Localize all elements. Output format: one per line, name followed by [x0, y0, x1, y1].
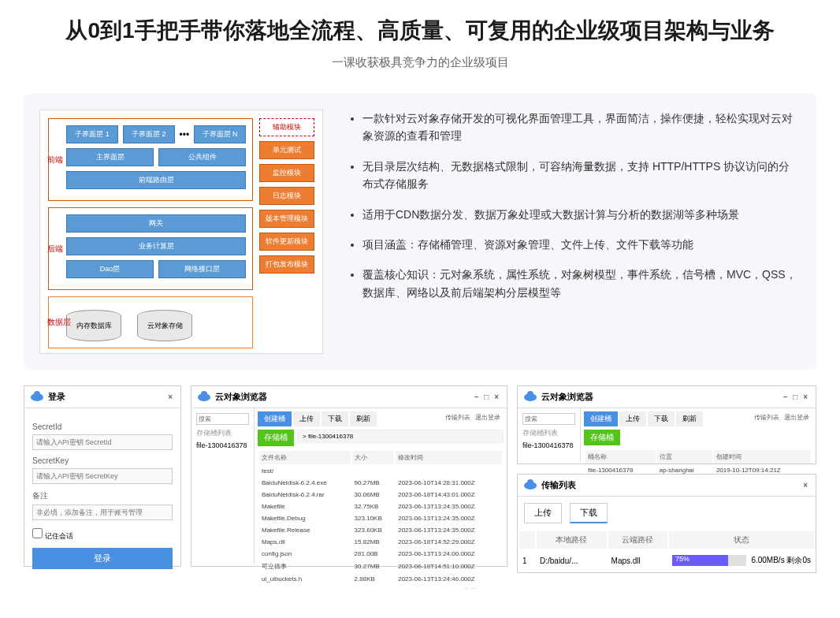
- tab-create[interactable]: 创建桶: [584, 411, 618, 426]
- note-input[interactable]: [32, 504, 173, 520]
- remember-checkbox[interactable]: [32, 528, 43, 538]
- main-section: 前端 子界面层 1 子界面层 2 ••• 子界面层 N 主界面层 公共组件 前端…: [24, 94, 816, 370]
- net-layer: 网络接口层: [158, 260, 246, 278]
- secretid-input[interactable]: [32, 434, 173, 450]
- cloud-storage: 云对象存储: [137, 310, 192, 341]
- tab-refresh[interactable]: 刷新: [350, 411, 377, 426]
- sidebar-label: 存储桶列表: [522, 428, 575, 438]
- aux-update: 软件更新模块: [259, 233, 314, 251]
- bucket-button[interactable]: 存储桶: [258, 430, 294, 446]
- link-logout[interactable]: 退出登录: [475, 413, 500, 428]
- gateway-layer: 网关: [66, 214, 246, 233]
- col-name: 文件名称: [259, 451, 351, 464]
- ui-layer-n: 子界面层 N: [194, 125, 246, 143]
- browser-window: 云对象浏览器 – □ × 存储桶列表 file-1300416378 创建桶 上…: [191, 385, 507, 567]
- dao-layer: Dao层: [66, 260, 154, 278]
- speed-label: 6.00MB/s 剩余0s: [751, 555, 811, 566]
- note-label: 备注: [32, 490, 173, 501]
- feature-list: 一款针对云对象存储开发的可视化界面管理工具，界面简洁，操作便捷，轻松实现对云对象…: [347, 110, 801, 354]
- tab-upload[interactable]: 上传: [293, 411, 320, 426]
- progress-bar: 75%: [672, 555, 746, 566]
- feature-item: 适用于CDN数据分发、数据万象处理或大数据计算与分析的数据湖等多种场景: [362, 206, 801, 223]
- table-row[interactable]: config.json281.00B2023-06-13T13:24:00.00…: [259, 549, 502, 559]
- login-window: 登录 × SecretId SecretKey 备注 记住会话 登录: [24, 385, 181, 567]
- browser2-title: 云对象浏览器: [541, 391, 593, 403]
- window-controls[interactable]: – □ ×: [783, 393, 809, 401]
- aux-package: 打包发布模块: [259, 255, 314, 274]
- tab-download[interactable]: 下载: [570, 503, 608, 523]
- secretkey-label: SecretKey: [32, 456, 173, 465]
- tab-create[interactable]: 创建桶: [258, 411, 292, 426]
- table-row[interactable]: 1 D:/baidu/... Maps.dll 75% 6.00MB/s 剩余0…: [519, 550, 814, 571]
- aux-title: 辅助模块: [259, 118, 314, 136]
- table-row[interactable]: 可立德事30.27MB2023-06-18T14:51:10.000Z: [259, 560, 502, 572]
- common-components: 公共组件: [158, 148, 246, 166]
- cloud-icon: [524, 393, 537, 401]
- bucket-item[interactable]: file-1300416378: [196, 441, 249, 449]
- transfer-window: 传输列表 × 上传 下载 本地路径 云端路径 状态 1 D:/baidu/...…: [517, 474, 816, 573]
- frontend-label: 前端: [47, 154, 63, 166]
- table-row[interactable]: Maps.dll15.82MB2023-06-18T14:52:29.000Z: [259, 537, 502, 547]
- bucket-button[interactable]: 存储桶: [584, 430, 620, 445]
- window-controls[interactable]: – □ ×: [474, 393, 500, 401]
- tab-upload[interactable]: 上传: [524, 503, 562, 523]
- sidebar-search-input[interactable]: [522, 413, 575, 425]
- feature-item: 一款针对云对象存储开发的可视化界面管理工具，界面简洁，操作便捷，轻松实现对云对象…: [362, 110, 801, 145]
- tab-download[interactable]: 下载: [322, 411, 348, 426]
- col-cloud: 云端路径: [608, 531, 667, 549]
- link-transfer[interactable]: 传输列表: [754, 413, 779, 428]
- tab-refresh[interactable]: 刷新: [676, 411, 703, 426]
- link-logout[interactable]: 退出登录: [784, 413, 809, 428]
- router-layer: 前端路由层: [66, 171, 246, 189]
- login-title: 登录: [48, 391, 65, 403]
- tab-download[interactable]: 下载: [648, 411, 675, 426]
- file-table: 文件名称 大小 修改时间 test/BaiduNetdisk-6.2.4.exe…: [258, 449, 504, 586]
- remember-label: 记住会话: [45, 532, 73, 540]
- table-row[interactable]: Makefile.Release323.60KB2023-06-13T13:24…: [259, 525, 502, 535]
- close-icon[interactable]: ×: [803, 481, 809, 490]
- col-region: 位置: [657, 450, 712, 464]
- sidebar-search-input[interactable]: [196, 413, 249, 425]
- feature-item: 无目录层次结构、无数据格式限制，可容纳海量数据，支持 HTTP/HTTPS 协议…: [362, 158, 801, 193]
- table-row[interactable]: test/: [259, 466, 502, 476]
- transfer-title: 传输列表: [541, 479, 576, 491]
- pagination-label: 每页显示行数: 10: [258, 586, 504, 589]
- table-row[interactable]: BaiduNetdisk-6.2.4.rar30.06MB2023-06-18T…: [259, 490, 502, 500]
- login-button[interactable]: 登录: [32, 548, 173, 569]
- breadcrumb: > file-1300416378: [297, 430, 504, 443]
- row-num: 1: [519, 550, 535, 571]
- browser2-window: 云对象浏览器 – □ × 存储桶列表 file-1300416378 创建桶 上…: [517, 385, 816, 464]
- sidebar-label: 存储桶列表: [196, 428, 249, 438]
- close-icon[interactable]: ×: [168, 393, 174, 401]
- mem-db: 内存数据库: [66, 310, 121, 341]
- dots: •••: [180, 129, 190, 140]
- col-status: 状态: [669, 531, 814, 549]
- table-row[interactable]: Makefile.Debug323.10KB2023-06-13T13:24:3…: [259, 513, 502, 523]
- cloud-icon: [524, 482, 537, 490]
- table-row[interactable]: BaiduNetdisk-6.2.4.exe90.27MB2023-06-10T…: [259, 478, 502, 488]
- col-created: 创建时间: [714, 450, 811, 464]
- feature-item: 项目涵盖：存储桶管理、资源对象管理、文件上传、文件下载等功能: [362, 236, 801, 253]
- ui-layer-2: 子界面层 2: [123, 125, 175, 143]
- col-local: 本地路径: [537, 531, 607, 549]
- progress-text: 75%: [675, 555, 689, 563]
- col-size: 大小: [352, 451, 395, 464]
- secretid-label: SecretId: [32, 423, 173, 431]
- cloud-icon: [31, 393, 43, 401]
- cell-local: D:/baidu/...: [537, 550, 607, 571]
- table-row[interactable]: ui_uibuckets.h2.88KB2023-06-13T13:24:46.…: [259, 574, 502, 584]
- screenshots-row: 登录 × SecretId SecretKey 备注 记住会话 登录 云对象浏览…: [24, 385, 816, 573]
- cloud-icon: [198, 393, 210, 401]
- cell-cloud: Maps.dll: [608, 550, 667, 571]
- secretkey-input[interactable]: [32, 468, 173, 484]
- link-transfer[interactable]: 传输列表: [445, 413, 470, 428]
- aux-version: 版本管理模块: [259, 210, 314, 228]
- table-row[interactable]: Makefile32.75KB2023-06-13T13:24:35.000Z: [259, 501, 502, 512]
- architecture-diagram: 前端 子界面层 1 子界面层 2 ••• 子界面层 N 主界面层 公共组件 前端…: [39, 110, 323, 354]
- bucket-item[interactable]: file-1300416378: [522, 441, 575, 449]
- browser-title: 云对象浏览器: [215, 391, 267, 403]
- aux-unit-test: 单元测试: [259, 141, 314, 159]
- page-subtitle: 一课收获极具竞争力的企业级项目: [24, 55, 816, 70]
- tab-upload[interactable]: 上传: [619, 411, 646, 426]
- aux-monitor: 监控模块: [259, 164, 314, 182]
